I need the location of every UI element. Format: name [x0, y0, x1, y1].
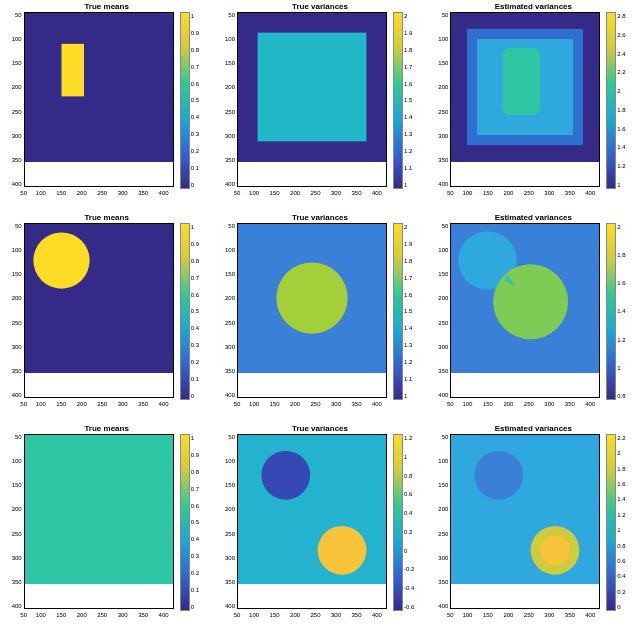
colorbar-tick-label: 1	[617, 527, 633, 533]
colorbar-tick-label: 0.4	[404, 510, 420, 516]
heatmap-image	[450, 223, 600, 373]
colorbar-tick-label: 0	[191, 393, 207, 399]
y-tick-label: 400	[10, 392, 22, 398]
axes: 50100150200250300350400 5010015020025030…	[450, 223, 600, 398]
heatmap-image	[24, 434, 174, 584]
colorbar-tick-label: 0.2	[617, 589, 633, 595]
colorbar-tick-label: 1.7	[404, 64, 420, 70]
x-tick-label: 100	[462, 612, 472, 618]
x-tick-label: 50	[234, 612, 241, 618]
x-tick-label: 400	[372, 401, 382, 407]
y-tick-label: 150	[10, 271, 22, 277]
colorbar-tick-label: 0.9	[191, 241, 207, 247]
colorbar-tick-label: 0.8	[191, 258, 207, 264]
heatmap-image	[24, 223, 174, 373]
svg-point-14	[493, 264, 568, 339]
colorbar: 2.82.62.42.221.81.61.41.21	[606, 12, 616, 189]
colorbar-tick-label: 0.4	[191, 536, 207, 542]
colorbar-tick-label: 0.2	[191, 570, 207, 576]
x-tick-label: 250	[524, 401, 534, 407]
colorbar-tick-label: 1.5	[404, 97, 420, 103]
subplot-title: True variances	[292, 213, 348, 222]
x-tick-label: 250	[311, 612, 321, 618]
y-tick-label: 350	[10, 368, 22, 374]
x-tick-label: 100	[36, 190, 46, 196]
colorbar-tick-label: 1.9	[404, 30, 420, 36]
colorbar-tick-label: 0.9	[191, 452, 207, 458]
colorbar-tick-label: 1.6	[404, 81, 420, 87]
colorbar-ticks: 2.221.81.61.41.210.80.60.40.20	[617, 435, 633, 610]
x-tick-label: 200	[503, 401, 513, 407]
y-tick-label: 300	[223, 344, 235, 350]
x-ticks: 50100150200250300350400	[450, 612, 600, 618]
colorbar-tick-label: 1.8	[404, 258, 420, 264]
y-tick-label: 350	[223, 157, 235, 163]
y-tick-label: 300	[436, 133, 448, 139]
x-tick-label: 400	[159, 612, 169, 618]
x-tick-label: 50	[20, 612, 27, 618]
colorbar-tick-label: 1.2	[617, 337, 633, 343]
heatmap-image	[237, 12, 387, 162]
x-tick-label: 200	[77, 401, 87, 407]
y-tick-label: 250	[436, 109, 448, 115]
colorbar-tick-label: 1	[191, 224, 207, 230]
y-tick-label: 50	[436, 223, 448, 229]
y-tick-label: 200	[436, 295, 448, 301]
y-tick-label: 100	[223, 458, 235, 464]
colorbar-tick-label: 1	[191, 435, 207, 441]
y-tick-label: 50	[223, 223, 235, 229]
colorbar-tick-label: 0.2	[404, 529, 420, 535]
figure-grid: True means 50100150200250300350400 50100…	[0, 0, 640, 633]
colorbar: 10.90.80.70.60.50.40.30.20.10	[180, 223, 190, 400]
x-tick-label: 350	[138, 612, 148, 618]
colorbar-tick-label: 0.2	[191, 359, 207, 365]
colorbar: 10.90.80.70.60.50.40.30.20.10	[180, 12, 190, 189]
y-ticks: 50100150200250300350400	[436, 434, 448, 609]
x-tick-label: 50	[234, 401, 241, 407]
x-tick-label: 300	[331, 612, 341, 618]
axes: 50100150200250300350400 5010015020025030…	[24, 12, 174, 187]
y-tick-label: 300	[10, 344, 22, 350]
colorbar-tick-label: 1.6	[617, 280, 633, 286]
colorbar-tick-label: 2.6	[617, 32, 633, 38]
x-tick-label: 100	[36, 401, 46, 407]
x-tick-label: 350	[138, 190, 148, 196]
colorbar-tick-label: 0.3	[191, 342, 207, 348]
x-tick-label: 150	[56, 190, 66, 196]
colorbar-tick-label: 0.3	[191, 131, 207, 137]
heatmap-image	[237, 434, 387, 584]
y-tick-label: 100	[10, 247, 22, 253]
y-tick-label: 400	[10, 181, 22, 187]
x-tick-label: 150	[483, 401, 493, 407]
y-tick-label: 200	[223, 506, 235, 512]
heatmap-image	[24, 12, 174, 162]
y-tick-label: 350	[223, 368, 235, 374]
colorbar-tick-label: 2	[404, 224, 420, 230]
y-tick-label: 350	[436, 368, 448, 374]
axes: 50100150200250300350400 5010015020025030…	[237, 12, 387, 187]
colorbar-tick-label: 0.7	[191, 486, 207, 492]
y-tick-label: 300	[436, 344, 448, 350]
y-ticks: 50100150200250300350400	[10, 434, 22, 609]
x-ticks: 50100150200250300350400	[237, 612, 387, 618]
subplot-title: True variances	[292, 424, 348, 433]
colorbar-tick-label: 1.6	[617, 481, 633, 487]
svg-rect-19	[450, 434, 600, 584]
svg-point-18	[318, 526, 367, 575]
x-tick-label: 250	[311, 401, 321, 407]
x-tick-label: 300	[118, 190, 128, 196]
x-tick-label: 350	[565, 401, 575, 407]
colorbar-ticks: 10.90.80.70.60.50.40.30.20.10	[191, 224, 207, 399]
x-ticks: 50100150200250300350400	[24, 612, 174, 618]
y-tick-label: 200	[223, 295, 235, 301]
x-tick-label: 50	[447, 401, 454, 407]
subplot-title: True means	[84, 2, 128, 11]
colorbar-tick-label: 1.4	[617, 144, 633, 150]
colorbar-ticks: 2.82.62.42.221.81.61.41.21	[617, 13, 633, 188]
x-tick-label: 200	[290, 612, 300, 618]
axes: 50100150200250300350400 5010015020025030…	[450, 12, 600, 187]
y-tick-label: 350	[10, 579, 22, 585]
y-tick-label: 50	[436, 434, 448, 440]
colorbar-tick-label: 1	[617, 182, 633, 188]
svg-point-11	[276, 262, 347, 333]
